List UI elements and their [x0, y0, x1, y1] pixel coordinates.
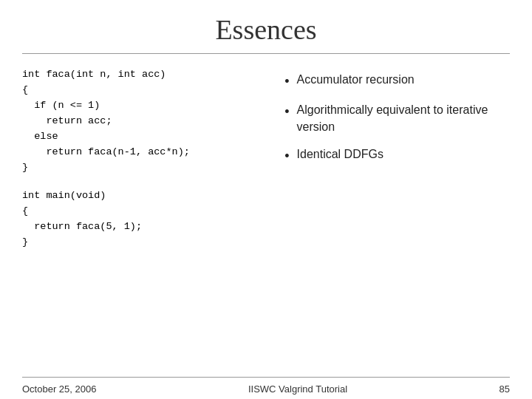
footer-date: October 25, 2006	[22, 383, 96, 395]
title-divider	[22, 53, 510, 54]
bullet-item-2: Algorithmically equivalent to iterative …	[284, 101, 510, 135]
bullet-text-1: Accumulator recursion	[297, 71, 415, 88]
bullet-list: Accumulator recursion Algorithmically eq…	[284, 71, 510, 177]
footer-page: 85	[499, 383, 510, 395]
slide: Essences int faca(int n, int acc) { if (…	[0, 0, 532, 399]
bullet-text-3: Identical DDFGs	[297, 146, 383, 163]
bullet-text-2: Algorithmically equivalent to iterative …	[297, 101, 510, 135]
code-block-faca: int faca(int n, int acc) { if (n <= 1) r…	[22, 67, 270, 175]
content-area: int faca(int n, int acc) { if (n <= 1) r…	[0, 67, 532, 377]
bullet-item-3: Identical DDFGs	[284, 146, 510, 166]
bullet-item-1: Accumulator recursion	[284, 71, 510, 91]
right-panel: Accumulator recursion Algorithmically eq…	[284, 67, 510, 377]
code-block-main: int main(void) { return faca(5, 1); }	[22, 188, 270, 250]
footer: October 25, 2006 IISWC Valgrind Tutorial…	[22, 377, 510, 399]
slide-title: Essences	[0, 0, 532, 53]
footer-tutorial: IISWC Valgrind Tutorial	[248, 383, 347, 395]
left-panel: int faca(int n, int acc) { if (n <= 1) r…	[22, 67, 270, 377]
